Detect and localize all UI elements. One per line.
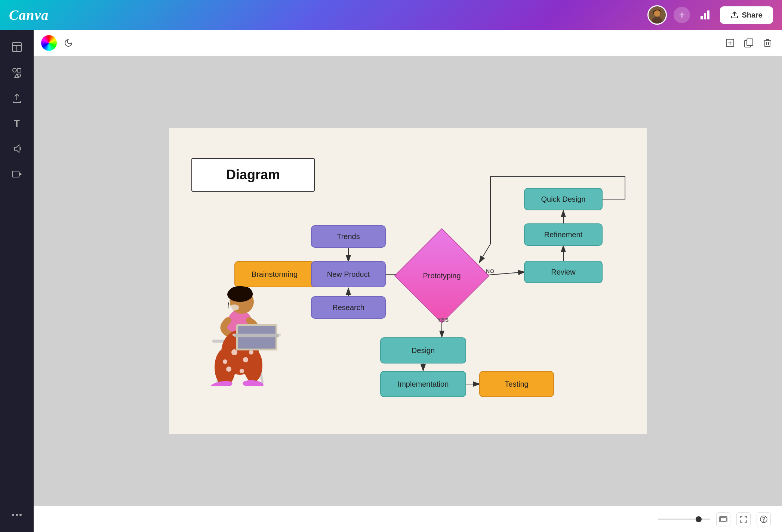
add-page-button[interactable] bbox=[723, 36, 737, 50]
svg-rect-57 bbox=[234, 334, 279, 337]
node-review[interactable]: Review bbox=[524, 261, 603, 283]
svg-marker-14 bbox=[19, 173, 21, 176]
canvas-area: Diagram Brainstorming Trends New Product… bbox=[34, 56, 782, 506]
svg-point-53 bbox=[242, 380, 264, 386]
help-button[interactable] bbox=[757, 512, 771, 526]
sidebar: T bbox=[0, 30, 34, 532]
topbar-right: + Share bbox=[647, 5, 773, 25]
node-testing[interactable]: Testing bbox=[479, 371, 554, 397]
node-prototyping-container[interactable]: Prototyping bbox=[404, 238, 479, 313]
add-button[interactable]: + bbox=[674, 7, 690, 23]
zoom-thumb[interactable] bbox=[696, 516, 702, 522]
sidebar-item-text[interactable]: T bbox=[6, 112, 28, 134]
svg-point-16 bbox=[16, 514, 18, 516]
svg-rect-3 bbox=[701, 16, 703, 19]
fullscreen-button[interactable] bbox=[736, 512, 751, 526]
svg-point-62 bbox=[763, 521, 764, 522]
svg-point-58 bbox=[230, 304, 239, 310]
svg-rect-4 bbox=[704, 13, 706, 19]
color-palette-button[interactable] bbox=[41, 35, 57, 51]
sidebar-item-layout[interactable] bbox=[6, 36, 28, 58]
illustration bbox=[188, 266, 292, 386]
avatar[interactable] bbox=[647, 5, 667, 25]
svg-rect-5 bbox=[707, 10, 709, 19]
toolbar-right-actions bbox=[723, 36, 775, 50]
analytics-button[interactable] bbox=[697, 7, 713, 23]
toolbar bbox=[34, 30, 782, 56]
svg-rect-60 bbox=[720, 517, 726, 521]
svg-point-47 bbox=[243, 357, 248, 362]
svg-point-46 bbox=[231, 349, 237, 355]
no-label: NO bbox=[486, 268, 495, 274]
zoom-slider[interactable] bbox=[658, 519, 710, 520]
svg-point-17 bbox=[19, 514, 22, 516]
node-new-product[interactable]: New Product bbox=[311, 261, 386, 287]
svg-rect-22 bbox=[747, 39, 753, 46]
zoom-slider-container bbox=[658, 519, 710, 520]
share-button[interactable]: Share bbox=[720, 6, 773, 24]
svg-rect-13 bbox=[12, 171, 19, 177]
svg-point-51 bbox=[240, 369, 244, 373]
node-research[interactable]: Research bbox=[311, 296, 386, 319]
sidebar-item-audio[interactable] bbox=[6, 137, 28, 160]
svg-point-2 bbox=[652, 17, 662, 25]
svg-rect-23 bbox=[765, 41, 770, 47]
node-quick-design[interactable]: Quick Design bbox=[524, 188, 603, 210]
svg-point-49 bbox=[249, 350, 253, 355]
svg-point-45 bbox=[244, 349, 262, 382]
share-label: Share bbox=[742, 11, 763, 19]
topbar: Canva + Share bbox=[0, 0, 782, 30]
svg-point-15 bbox=[12, 514, 14, 516]
bottombar bbox=[34, 506, 782, 532]
node-design[interactable]: Design bbox=[380, 337, 466, 364]
yes-label: YES bbox=[437, 317, 449, 323]
sidebar-item-video[interactable] bbox=[6, 163, 28, 185]
node-implementation[interactable]: Implementation bbox=[380, 371, 466, 397]
delete-page-button[interactable] bbox=[760, 36, 775, 50]
svg-point-50 bbox=[226, 366, 231, 372]
canvas-page[interactable]: Diagram Brainstorming Trends New Product… bbox=[169, 128, 647, 434]
prototyping-label: Prototyping bbox=[423, 272, 461, 280]
canva-logo[interactable]: Canva bbox=[9, 7, 49, 23]
duplicate-page-button[interactable] bbox=[742, 36, 756, 50]
svg-point-48 bbox=[223, 359, 227, 364]
fit-page-button[interactable] bbox=[716, 512, 730, 526]
sidebar-item-elements[interactable] bbox=[6, 61, 28, 84]
sidebar-item-uploads[interactable] bbox=[6, 87, 28, 109]
sidebar-item-more[interactable] bbox=[6, 504, 28, 526]
svg-rect-10 bbox=[17, 68, 21, 72]
node-trends[interactable]: Trends bbox=[311, 225, 386, 248]
diagram-title: Diagram bbox=[226, 167, 280, 183]
svg-point-9 bbox=[13, 68, 16, 72]
node-refinement[interactable]: Refinement bbox=[524, 223, 603, 246]
diagram-title-box: Diagram bbox=[191, 158, 315, 192]
moon-button[interactable] bbox=[61, 35, 77, 51]
